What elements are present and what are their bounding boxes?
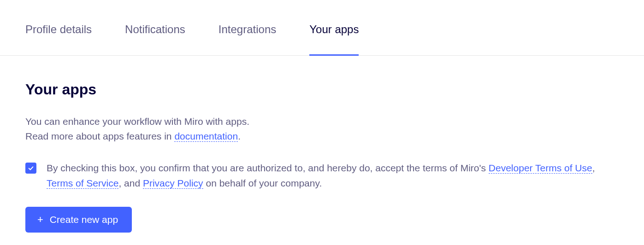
privacy-policy-link[interactable]: Privacy Policy xyxy=(143,178,203,189)
terms-sep2: , and xyxy=(118,178,143,188)
description-line2-suffix: . xyxy=(238,131,241,141)
description-text: You can enhance your workflow with Miro … xyxy=(25,114,619,143)
content-area: Your apps You can enhance your workflow … xyxy=(0,56,644,233)
create-new-app-button[interactable]: + Create new app xyxy=(25,207,132,233)
tab-profile-details[interactable]: Profile details xyxy=(25,23,92,55)
description-line1: You can enhance your workflow with Miro … xyxy=(25,116,249,127)
terms-text-suffix: on behalf of your company. xyxy=(203,178,322,188)
page-title: Your apps xyxy=(25,81,619,98)
developer-terms-link[interactable]: Developer Terms of Use xyxy=(489,163,592,174)
plus-icon: + xyxy=(37,215,43,225)
terms-text-prefix: By checking this box, you confirm that y… xyxy=(47,163,489,173)
tab-integrations[interactable]: Integrations xyxy=(219,23,276,55)
description-line2-prefix: Read more about apps features in xyxy=(25,131,174,141)
check-icon xyxy=(28,165,34,171)
terms-checkbox[interactable] xyxy=(25,163,36,174)
create-button-label: Create new app xyxy=(50,214,118,225)
terms-label: By checking this box, you confirm that y… xyxy=(47,161,619,191)
terms-of-service-link[interactable]: Terms of Service xyxy=(47,178,118,189)
tab-your-apps[interactable]: Your apps xyxy=(309,23,359,55)
terms-checkbox-row: By checking this box, you confirm that y… xyxy=(25,161,619,191)
documentation-link[interactable]: documentation xyxy=(174,131,238,142)
tabs-bar: Profile details Notifications Integratio… xyxy=(0,0,644,56)
terms-sep1: , xyxy=(592,163,595,173)
tab-notifications[interactable]: Notifications xyxy=(125,23,185,55)
